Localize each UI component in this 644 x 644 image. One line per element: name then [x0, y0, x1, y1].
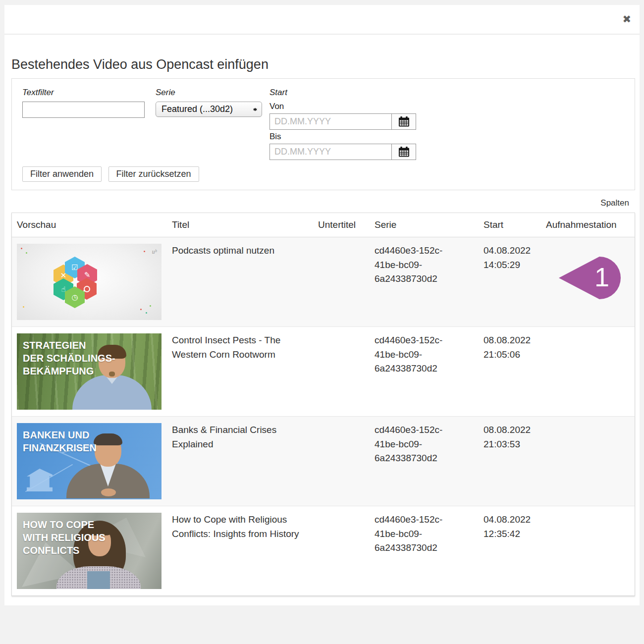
video-title: Podcasts optimal nutzen — [172, 237, 318, 327]
von-label: Von — [269, 102, 418, 111]
opencast-modal: ✖ Bestehendes Video aus Opencast einfüge… — [4, 5, 640, 605]
column-header-vorschau: Vorschau — [12, 213, 172, 237]
serie-select[interactable]: Featured (...30d2) — [156, 102, 262, 117]
video-thumbnail-podcasts: ✕ ☑ ✎ ☝ ◷ uᵇ — [17, 244, 161, 320]
close-icon[interactable]: ✖ — [620, 11, 633, 27]
bank-icon — [27, 469, 53, 491]
column-header-start: Start — [483, 213, 546, 237]
video-station — [546, 417, 635, 506]
video-serie: cd4460e3-152c-41be-bc09-6a24338730d2 — [375, 506, 483, 596]
table-row-insect-pests[interactable]: STRATEGIEN DER SCHÄDLINGS- BEKÄMPFUNG Co… — [12, 327, 635, 417]
calendar-icon — [398, 147, 410, 157]
bis-label: Bis — [269, 132, 418, 142]
video-title: How to Cope with Religious Conflicts: In… — [172, 506, 318, 596]
filter-reset-button[interactable]: Filter zurücksetzen — [108, 166, 199, 182]
thumbnail-caption: BANKEN UND FINANZKRISEN — [23, 429, 97, 454]
video-start: 04.08.2022 12:35:42 — [483, 506, 546, 596]
select-arrows-icon — [253, 106, 258, 113]
video-start: 08.08.2022 21:05:06 — [483, 327, 546, 417]
video-subtitle — [318, 506, 375, 596]
serie-label: Serie — [156, 88, 262, 98]
video-serie: cd4460e3-152c-41be-bc09-6a24338730d2 — [375, 237, 483, 327]
table-header-row: Vorschau Titel Untertitel Serie Start Au… — [12, 213, 635, 237]
university-logo: uᵇ — [152, 247, 157, 256]
video-thumbnail-insect-pests: STRATEGIEN DER SCHÄDLINGS- BEKÄMPFUNG — [17, 333, 161, 410]
video-serie: cd4460e3-152c-41be-bc09-6a24338730d2 — [375, 417, 483, 506]
table-row-podcasts[interactable]: ✕ ☑ ✎ ☝ ◷ uᵇ Podcasts optimal nutzen c — [12, 237, 635, 327]
page-title: Bestehendes Video aus Opencast einfügen — [11, 57, 635, 72]
marker-number: 1 — [594, 262, 609, 292]
column-header-titel: Titel — [172, 213, 318, 237]
video-title: Control Insect Pests - The Western Corn … — [172, 327, 318, 417]
thumbnail-caption: STRATEGIEN DER SCHÄDLINGS- BEKÄMPFUNG — [23, 339, 115, 377]
video-start: 08.08.2022 21:03:53 — [483, 417, 546, 506]
video-serie: cd4460e3-152c-41be-bc09-6a24338730d2 — [375, 327, 483, 417]
video-title: Banks & Financial Crises Explained — [172, 417, 318, 506]
video-subtitle — [318, 327, 375, 417]
modal-header: ✖ — [4, 5, 640, 35]
columns-toggle: Spalten — [11, 198, 629, 208]
video-subtitle — [318, 237, 375, 327]
filter-panel: Textfilter Serie Featured (...30d2) Star… — [11, 78, 635, 190]
column-header-aufnahmestation: Aufnahmestation — [546, 213, 635, 237]
confetti-dots — [21, 248, 22, 249]
video-station — [546, 327, 635, 417]
modal-body: Bestehendes Video aus Opencast einfügen … — [4, 57, 640, 596]
calendar-icon — [398, 116, 410, 127]
thumbnail-caption: HOW TO COPE WITH RELIGIOUS CONFLICTS — [23, 518, 106, 557]
table-row-banks[interactable]: BANKEN UND FINANZKRISEN Banks & Financia… — [12, 417, 635, 506]
table-row-religious-conflicts[interactable]: HOW TO COPE WITH RELIGIOUS CONFLICTS How… — [12, 506, 635, 596]
annotation-marker-1: 1 — [558, 255, 622, 301]
von-date-input[interactable] — [269, 113, 392, 130]
video-table-container: Vorschau Titel Untertitel Serie Start Au… — [11, 213, 635, 596]
video-table: Vorschau Titel Untertitel Serie Start Au… — [12, 213, 635, 595]
video-start: 04.08.2022 14:05:29 — [483, 237, 546, 327]
start-label: Start — [269, 88, 418, 98]
column-header-serie: Serie — [375, 213, 483, 237]
bis-calendar-button[interactable] — [391, 144, 416, 160]
video-subtitle — [318, 417, 375, 506]
bis-date-input[interactable] — [269, 144, 392, 160]
filter-apply-button[interactable]: Filter anwenden — [22, 166, 102, 182]
textfilter-input[interactable] — [22, 102, 145, 118]
video-thumbnail-banks: BANKEN UND FINANZKRISEN — [17, 423, 161, 499]
von-calendar-button[interactable] — [391, 113, 416, 130]
column-header-untertitel: Untertitel — [318, 213, 375, 237]
serie-select-value: Featured (...30d2) — [161, 104, 233, 114]
video-thumbnail-religious-conflicts: HOW TO COPE WITH RELIGIOUS CONFLICTS — [17, 513, 161, 589]
columns-toggle-label[interactable]: Spalten — [600, 198, 629, 208]
page-background: { "modal": { "title": "Bestehendes Video… — [0, 0, 644, 644]
video-station — [546, 506, 635, 596]
textfilter-label: Textfilter — [22, 88, 145, 98]
